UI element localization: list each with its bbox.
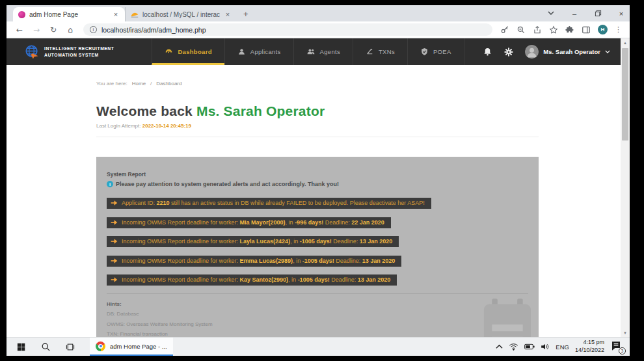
tab-close-icon[interactable]: × xyxy=(112,10,120,18)
window-close-button[interactable]: × xyxy=(617,9,626,18)
hint-item: OWMS: Overseas Welfare Monitoring System xyxy=(107,321,528,327)
nav-item-poea[interactable]: POEA xyxy=(407,38,464,65)
calendar-watermark-icon xyxy=(483,299,532,337)
start-button[interactable] xyxy=(14,340,27,353)
welcome-user-name: Ms. Sarah Operator xyxy=(196,103,325,118)
browser-tab-inactive[interactable]: localhost / MySQL / interactive / × xyxy=(125,7,237,21)
browser-tab-active[interactable]: adm Home Page × xyxy=(13,7,125,21)
url-text: localhost/iras/adm/adm_home.php xyxy=(101,26,206,34)
alert-banner: Incoming OWMS Report deadline for worker… xyxy=(107,274,397,286)
hint-item: DB: Database xyxy=(107,311,528,317)
page-scrollbar[interactable]: ▲ ▼ xyxy=(621,38,630,337)
tab-title: adm Home Page xyxy=(29,11,108,18)
browser-profile-avatar[interactable]: H xyxy=(598,25,608,34)
user-avatar xyxy=(525,45,539,59)
task-view-icon[interactable] xyxy=(64,340,77,353)
nav-item-txns[interactable]: TXNs xyxy=(353,38,407,65)
wifi-icon[interactable] xyxy=(509,343,518,351)
nav-item-applicants[interactable]: Applicants xyxy=(224,38,293,65)
alert-list: Applicant ID: 2210 still has an active s… xyxy=(107,197,528,286)
new-tab-button[interactable]: + xyxy=(243,9,248,19)
tray-chevron-up-icon[interactable] xyxy=(496,344,503,349)
alert-banner: Applicant ID: 2210 still has an active s… xyxy=(107,198,431,209)
desktop-screen: adm Home Page × localhost / MySQL / inte… xyxy=(7,5,630,356)
nav-item-dashboard[interactable]: Dashboard xyxy=(152,38,224,65)
last-login-label: Last Login Attempt: xyxy=(96,123,141,129)
user-menu[interactable]: Ms. Sarah Operator xyxy=(525,45,610,59)
notifications-bell-icon[interactable] xyxy=(483,47,492,57)
hint-item: TXN: Financial transaction xyxy=(107,331,528,337)
clock-date: 14/10/2022 xyxy=(575,347,604,354)
browser-menu-icon[interactable]: ⋮ xyxy=(615,25,622,34)
web-page: INTELLIGENT RECRUITMENT AUTOMATION SYSTE… xyxy=(7,38,630,337)
scrollbar-thumb[interactable] xyxy=(622,48,628,140)
alert-row: Applicant ID: 2210 still has an active s… xyxy=(107,197,528,209)
alert-row: Incoming OWMS Report deadline for worker… xyxy=(107,274,528,286)
breadcrumb-home-link[interactable]: Home xyxy=(132,81,146,87)
breadcrumb: You are here: Home / Dashboard xyxy=(96,65,539,87)
home-button[interactable]: ⌂ xyxy=(64,25,77,34)
battery-icon[interactable] xyxy=(524,343,535,350)
tab2-favicon-icon xyxy=(131,11,139,18)
txn-pen-icon xyxy=(366,47,374,56)
tab1-favicon-icon xyxy=(18,11,25,18)
taskbar-search-icon[interactable] xyxy=(39,340,52,353)
nav-label: POEA xyxy=(433,48,451,55)
alert-banner: Incoming OWMS Report deadline for worker… xyxy=(107,217,391,228)
poea-shield-icon xyxy=(420,47,429,56)
chrome-icon xyxy=(96,341,105,351)
bookmark-star-icon[interactable] xyxy=(549,25,558,34)
arrow-right-icon xyxy=(111,238,118,245)
report-title: System Report xyxy=(107,171,528,178)
window-restore-button[interactable] xyxy=(593,9,602,18)
back-button[interactable]: ← xyxy=(13,25,26,34)
action-center-button[interactable]: 3 xyxy=(610,340,624,353)
language-indicator[interactable]: ENG xyxy=(556,343,569,351)
password-key-icon[interactable] xyxy=(500,25,509,34)
alert-banner: Incoming OWMS Report deadline for worker… xyxy=(107,236,399,247)
scroll-up-icon[interactable]: ▲ xyxy=(621,38,630,47)
section-divider xyxy=(96,137,539,137)
brand-line2: AUTOMATION SYSTEM xyxy=(44,52,114,58)
forward-button[interactable]: → xyxy=(30,25,43,34)
volume-icon[interactable] xyxy=(541,343,550,351)
windows-taskbar: adm Home Page - ... ENG 4:15 pm 14/10/20… xyxy=(7,337,630,356)
window-minimize-button[interactable]: – xyxy=(570,9,579,18)
side-panel-icon[interactable] xyxy=(582,25,591,34)
agents-people-icon xyxy=(306,47,315,56)
address-bar: ← → ↻ ⌂ i localhost/iras/adm/adm_home.ph… xyxy=(7,21,630,38)
breadcrumb-separator: / xyxy=(150,81,152,87)
url-field[interactable]: i localhost/iras/adm/adm_home.php xyxy=(83,23,492,36)
clock[interactable]: 4:15 pm 14/10/2022 xyxy=(575,339,604,354)
breadcrumb-current[interactable]: Dashboard xyxy=(156,81,181,87)
system-tray: ENG 4:15 pm 14/10/2022 3 xyxy=(496,339,630,354)
browser-window: adm Home Page × localhost / MySQL / inte… xyxy=(7,5,630,337)
extensions-puzzle-icon[interactable] xyxy=(565,25,574,34)
settings-gear-icon[interactable] xyxy=(503,47,514,57)
tab-close-icon[interactable]: × xyxy=(224,10,232,18)
page-info-icon[interactable]: i xyxy=(90,26,97,33)
nav-label: Applicants xyxy=(250,48,281,55)
main-menu: Dashboard Applicants Agents TXNs xyxy=(152,38,464,65)
system-report-card: System Report i Please pay attention to … xyxy=(96,157,539,337)
scroll-down-icon[interactable]: ▼ xyxy=(621,328,630,337)
tab-search-icon[interactable] xyxy=(546,9,556,18)
globe-logo-icon xyxy=(25,44,40,59)
taskbar-app-chrome[interactable]: adm Home Page - ... xyxy=(90,338,173,356)
arrow-right-icon xyxy=(111,200,118,206)
clock-time: 4:15 pm xyxy=(575,339,604,347)
nav-label: Agents xyxy=(320,48,340,55)
share-icon[interactable] xyxy=(533,25,542,34)
brand-line1: INTELLIGENT RECRUITMENT xyxy=(44,46,114,51)
alert-banner: Incoming OWMS Report deadline for worker… xyxy=(107,256,401,267)
app-logo[interactable]: INTELLIGENT RECRUITMENT AUTOMATION SYSTE… xyxy=(7,38,133,65)
alert-row: Incoming OWMS Report deadline for worker… xyxy=(107,217,528,228)
user-name: Ms. Sarah Operator xyxy=(543,48,600,55)
nav-item-agents[interactable]: Agents xyxy=(293,38,353,65)
app-navbar: INTELLIGENT RECRUITMENT AUTOMATION SYSTE… xyxy=(7,38,621,65)
alert-row: Incoming OWMS Report deadline for worker… xyxy=(107,235,528,247)
report-notice: i Please pay attention to system generat… xyxy=(107,181,528,187)
applicant-person-icon xyxy=(237,47,246,56)
reload-button[interactable]: ↻ xyxy=(47,25,60,34)
zoom-icon[interactable] xyxy=(517,25,526,34)
